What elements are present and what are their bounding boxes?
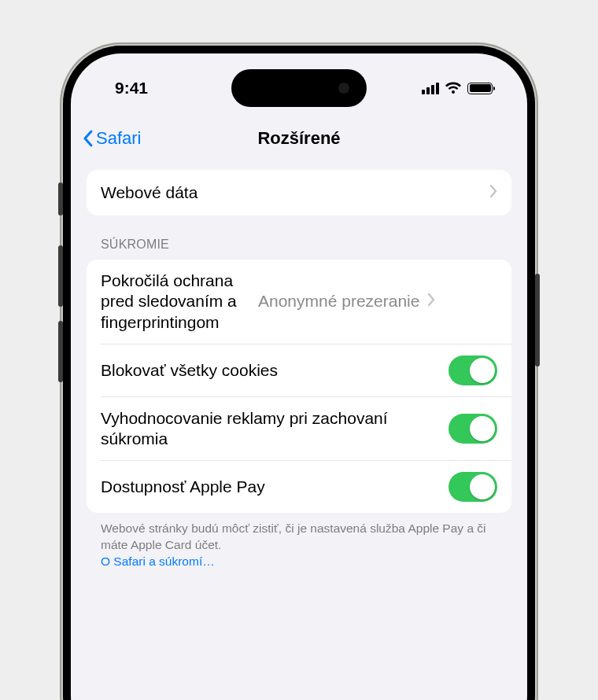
about-safari-privacy-link[interactable]: O Safari a súkromí… <box>101 554 215 568</box>
group-footer: Webové stránky budú môcť zistiť, či je n… <box>87 513 511 570</box>
row-label: Dostupnosť Apple Pay <box>101 477 441 497</box>
row-label: Webové dáta <box>101 182 482 203</box>
cellular-icon <box>422 83 439 94</box>
wifi-icon <box>445 82 462 94</box>
phone-volume-down <box>58 321 63 382</box>
screen: 9:41 Safari Rozšírené Webové dáta <box>71 53 527 700</box>
battery-icon <box>467 83 493 94</box>
row-advanced-tracking[interactable]: Pokročilá ochrana pred sledovaním a fing… <box>87 260 511 344</box>
phone-power-button <box>535 274 540 367</box>
phone-volume-up <box>58 245 63 307</box>
back-button[interactable]: Safari <box>82 128 141 149</box>
phone-silence-switch <box>58 182 63 216</box>
content: Webové dáta SÚKROMIE Pokročilá ochrana p… <box>71 170 527 700</box>
row-ad-measurement[interactable]: Vyhodnocovanie reklamy pri zachovaní súk… <box>101 396 511 461</box>
row-value: Anonymné prezeranie <box>258 292 419 311</box>
chevron-right-icon <box>427 293 435 310</box>
nav-bar: Safari Rozšírené <box>71 116 527 160</box>
toggle-apple-pay[interactable] <box>448 472 497 502</box>
chevron-right-icon <box>489 184 497 201</box>
group-header-privacy: SÚKROMIE <box>87 216 511 260</box>
row-block-cookies[interactable]: Blokovať všetky cookies <box>101 344 511 396</box>
group-privacy: Pokročilá ochrana pred sledovaním a fing… <box>87 260 511 513</box>
toggle-block-cookies[interactable] <box>448 356 497 385</box>
page-title: Rozšírené <box>257 128 340 149</box>
dynamic-island <box>231 69 367 107</box>
group-web-data: Webové dáta <box>87 170 511 216</box>
status-time: 9:41 <box>102 79 148 98</box>
footer-description: Webové stránky budú môcť zistiť, či je n… <box>101 521 486 551</box>
chevron-left-icon <box>82 129 94 148</box>
row-website-data[interactable]: Webové dáta <box>87 170 511 216</box>
row-label: Pokročilá ochrana pred sledovaním a fing… <box>101 271 250 333</box>
row-apple-pay[interactable]: Dostupnosť Apple Pay <box>101 460 511 513</box>
phone-frame: 9:41 Safari Rozšírené Webové dáta <box>63 46 535 700</box>
toggle-ad-measurement[interactable] <box>448 414 497 444</box>
row-label: Blokovať všetky cookies <box>101 360 441 381</box>
row-label: Vyhodnocovanie reklamy pri zachovaní súk… <box>101 408 441 450</box>
back-label: Safari <box>96 128 141 149</box>
